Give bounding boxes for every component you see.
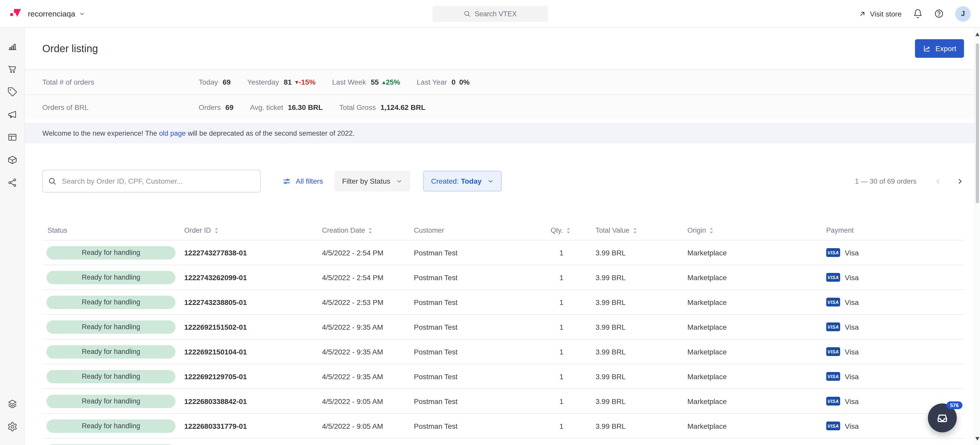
header-origin[interactable]: Origin xyxy=(687,227,826,234)
status-badge: Ready for handling xyxy=(46,320,175,334)
order-search-input[interactable] xyxy=(42,170,261,192)
table-row[interactable]: Ready for handling 1222743238805-01 4/5/… xyxy=(42,290,964,315)
sidebar-item-storefront[interactable] xyxy=(7,132,17,142)
all-filters-button[interactable]: All filters xyxy=(282,177,323,186)
visa-card-icon: VISA xyxy=(826,298,840,307)
status-badge: Ready for handling xyxy=(46,345,175,358)
header-creation-date[interactable]: Creation Date xyxy=(322,227,414,234)
total-value-cell: 3.99 BRL xyxy=(595,397,687,405)
customer-cell: Postman Test xyxy=(414,397,550,405)
stat-key: Avg. ticket xyxy=(250,103,283,111)
sort-icon xyxy=(566,227,571,234)
table-row[interactable]: Ready for handling 1222743262099-01 4/5/… xyxy=(42,265,964,290)
table-row[interactable]: Ready for handling 1222743277838-01 4/5/… xyxy=(42,240,964,265)
qty-cell: 1 xyxy=(550,298,595,306)
payment-method-label: Visa xyxy=(845,248,859,257)
delta-flat: 0% xyxy=(459,78,469,86)
stat-value: 1,124.62 BRL xyxy=(380,103,425,111)
order-id-cell: 1222692151502-01 xyxy=(184,323,322,331)
customer-cell: Postman Test xyxy=(414,248,550,257)
scroll-down-arrow[interactable] xyxy=(975,437,980,440)
stat-value: 16.30 BRL xyxy=(288,103,323,111)
payment-cell: VISA Visa xyxy=(826,298,964,307)
vertical-scrollbar xyxy=(974,28,980,445)
all-filters-label: All filters xyxy=(296,177,323,185)
qty-cell: 1 xyxy=(550,273,595,281)
sidebar-item-settings[interactable] xyxy=(7,421,17,432)
sidebar-item-catalog[interactable] xyxy=(7,155,17,165)
help-button[interactable] xyxy=(934,9,944,19)
origin-cell: Marketplace xyxy=(687,323,826,331)
export-button[interactable]: Export xyxy=(915,39,964,58)
notifications-fab[interactable]: 576 xyxy=(928,404,957,432)
table-row[interactable]: Ready for handling 1222692150104-01 4/5/… xyxy=(42,340,964,364)
header-order-id[interactable]: Order ID xyxy=(184,227,322,234)
table-row[interactable]: Ready for handling 1222692129705-01 4/5/… xyxy=(42,364,964,389)
delta-negative: ▾-15% xyxy=(296,78,316,86)
chevron-right-icon xyxy=(956,177,964,185)
sidebar-item-analytics[interactable] xyxy=(7,41,17,52)
sidebar-item-orders[interactable] xyxy=(7,64,17,74)
page-title: Order listing xyxy=(42,43,98,54)
header-qty[interactable]: Qty. xyxy=(550,227,595,234)
fab-count-badge: 576 xyxy=(947,401,962,409)
stat-value: 81 xyxy=(283,78,291,86)
stat-value: 69 xyxy=(226,103,234,111)
order-id-cell: 1222692150104-01 xyxy=(184,348,322,356)
order-search xyxy=(42,170,261,192)
table-row[interactable]: Ready for handling 1222680331779-01 4/5/… xyxy=(42,414,964,439)
sidebar-item-integrations[interactable] xyxy=(7,178,17,188)
stat-key: Total Gross xyxy=(339,103,376,111)
status-badge: Ready for handling xyxy=(46,394,175,408)
customer-cell: Postman Test xyxy=(414,323,550,331)
sort-icon xyxy=(368,227,373,234)
sidebar-item-promotions[interactable] xyxy=(7,87,17,97)
avatar-initial: J xyxy=(961,10,965,17)
created-filter-dropdown[interactable]: Created:Today xyxy=(423,171,502,191)
pagination-next-button[interactable] xyxy=(956,177,964,185)
visa-card-icon: VISA xyxy=(826,273,840,282)
table-row[interactable]: Ready for handling 1222680338842-01 4/5/… xyxy=(42,389,964,414)
stat-yesterday: Yesterday 81 ▾-15% xyxy=(247,78,316,86)
notifications-button[interactable] xyxy=(913,9,923,19)
account-switcher[interactable]: recorrenciaqa xyxy=(28,9,85,18)
inbox-icon xyxy=(935,411,949,424)
delta-positive: ▴25% xyxy=(382,78,400,86)
qty-cell: 1 xyxy=(550,422,595,430)
old-page-link[interactable]: old page xyxy=(159,129,186,137)
total-value-cell: 3.99 BRL xyxy=(595,422,687,430)
visit-store-button[interactable]: Visit store xyxy=(859,10,902,18)
table-row[interactable]: Ready for handling VISA xyxy=(42,439,964,445)
header-payment: Payment xyxy=(826,227,964,234)
header-total-value[interactable]: Total Value xyxy=(595,227,687,234)
total-value-cell: 3.99 BRL xyxy=(595,348,687,356)
filters-toolbar: All filters Filter by Status Created:Tod… xyxy=(25,170,980,192)
account-name: recorrenciaqa xyxy=(28,9,75,18)
scrollbar-thumb[interactable] xyxy=(976,43,979,203)
stat-last-week: Last Week 55 ▴25% xyxy=(332,78,400,86)
filter-by-status-dropdown[interactable]: Filter by Status xyxy=(334,171,410,191)
scroll-up-arrow[interactable] xyxy=(975,32,980,36)
payment-method-label: Visa xyxy=(845,298,859,306)
customer-cell: Postman Test xyxy=(414,273,550,281)
brand-area: recorrenciaqa xyxy=(9,7,85,20)
sidebar-item-marketing[interactable] xyxy=(7,110,17,120)
visa-card-icon: VISA xyxy=(826,248,840,257)
sliders-icon xyxy=(282,177,291,186)
sidebar-item-apps[interactable] xyxy=(7,399,17,409)
user-avatar[interactable]: J xyxy=(955,6,971,21)
pagination: 1 — 30 of 69 orders xyxy=(855,177,964,185)
status-cell: Ready for handling xyxy=(42,246,184,259)
search-icon xyxy=(463,10,470,17)
order-id-cell: 1222743238805-01 xyxy=(184,298,322,306)
status-badge: Ready for handling xyxy=(46,246,175,259)
global-search-button[interactable]: Search VTEX xyxy=(432,6,548,22)
cube-icon xyxy=(7,155,17,165)
origin-cell: Marketplace xyxy=(687,372,826,380)
sort-icon xyxy=(214,227,219,234)
chevron-down-icon xyxy=(396,178,403,184)
pagination-prev-button[interactable] xyxy=(934,177,942,185)
order-id-cell: 1222680331779-01 xyxy=(184,422,322,430)
layers-icon xyxy=(7,399,17,409)
table-row[interactable]: Ready for handling 1222692151502-01 4/5/… xyxy=(42,315,964,340)
